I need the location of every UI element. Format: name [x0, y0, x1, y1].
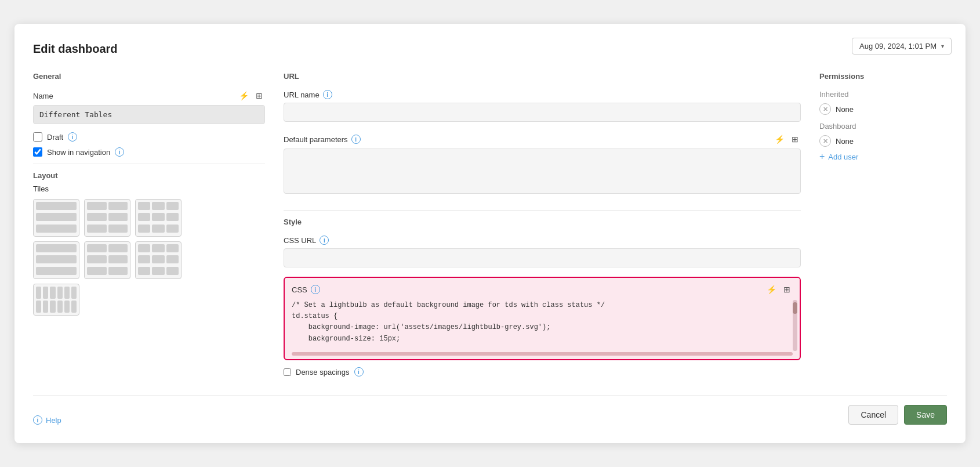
dense-spacings-row[interactable]: Dense spacings i: [284, 367, 801, 377]
dashboard-none-x-icon[interactable]: ✕: [819, 135, 831, 147]
url-name-info-icon[interactable]: i: [323, 90, 332, 99]
image-icon-css[interactable]: ⊞: [781, 284, 793, 295]
tile-cell: [57, 287, 63, 299]
draft-checkbox[interactable]: [33, 132, 42, 142]
name-input[interactable]: [33, 105, 265, 124]
tile-cell: [166, 267, 179, 275]
edit-dashboard-modal: Edit dashboard Aug 09, 2024, 1:01 PM ▾ G…: [14, 24, 966, 443]
default-params-group: Default parameters i ⚡ ⊞: [284, 133, 801, 196]
show-nav-checkbox[interactable]: [33, 147, 42, 157]
dashboard-none-item: ✕ None: [819, 135, 947, 147]
right-column: Permissions Inherited ✕ None Dashboard ✕…: [819, 72, 947, 377]
inherited-none-item: ✕ None: [819, 103, 947, 115]
tile-cell: [138, 267, 150, 275]
image-icon-name[interactable]: ⊞: [253, 90, 265, 102]
default-params-info-icon[interactable]: i: [351, 135, 361, 144]
lightning-icon-name[interactable]: ⚡: [237, 90, 251, 102]
add-user-row[interactable]: + Add user: [819, 151, 947, 162]
date-dropdown-wrapper: Aug 09, 2024, 1:01 PM ▾: [852, 38, 952, 55]
draft-info-icon[interactable]: i: [68, 132, 77, 142]
date-dropdown[interactable]: Aug 09, 2024, 1:01 PM ▾: [852, 38, 952, 55]
tile-cell: [36, 225, 77, 233]
tile-cell: [36, 213, 77, 221]
tile-option-1col-b[interactable]: [33, 241, 79, 279]
tile-cell: [87, 225, 107, 233]
css-textarea[interactable]: /* Set a lightbulb as default background…: [292, 300, 793, 346]
css-url-info-icon[interactable]: i: [320, 236, 329, 245]
tile-cell: [138, 225, 150, 233]
left-column: General Name ⚡ ⊞ Draft i: [33, 72, 265, 377]
tile-cell: [43, 287, 48, 299]
tile-option-full[interactable]: [33, 284, 79, 316]
lightning-icon-css[interactable]: ⚡: [764, 284, 779, 295]
tile-option-2col-b[interactable]: [84, 241, 130, 279]
chevron-down-icon: ▾: [941, 43, 944, 49]
permissions-section-label: Permissions: [819, 72, 947, 81]
tile-cell: [166, 255, 179, 263]
css-horizontal-scrollbar[interactable]: [292, 352, 793, 356]
date-value: Aug 09, 2024, 1:01 PM: [859, 42, 937, 50]
tile-cell: [152, 267, 164, 275]
css-info-icon[interactable]: i: [311, 285, 320, 294]
dense-spacings-info-icon[interactable]: i: [354, 367, 364, 377]
default-params-label-row: Default parameters i ⚡ ⊞: [284, 133, 801, 145]
css-url-input[interactable]: [284, 248, 801, 267]
name-icons: ⚡ ⊞: [237, 90, 265, 102]
inherited-none-x-icon[interactable]: ✕: [819, 103, 831, 115]
name-label: Name: [33, 92, 53, 100]
tile-cell: [108, 267, 128, 275]
tiles-grid: [33, 199, 265, 316]
tile-cell: [50, 301, 55, 313]
tile-option-2col-a[interactable]: [84, 199, 130, 237]
draft-checkbox-row[interactable]: Draft i: [33, 132, 265, 142]
dense-spacings-checkbox[interactable]: [284, 368, 291, 376]
tile-cell: [36, 202, 77, 210]
help-link[interactable]: i Help: [33, 415, 61, 425]
show-nav-row[interactable]: Show in navigation i: [33, 147, 265, 157]
help-label: Help: [46, 416, 61, 425]
default-params-label-left: Default parameters i: [284, 135, 361, 144]
tile-cell: [36, 301, 41, 313]
css-editor-wrapper: CSS i ⚡ ⊞ /* Set a lightbulb as default …: [284, 277, 801, 360]
tile-cell: [166, 213, 179, 221]
content-grid: General Name ⚡ ⊞ Draft i: [33, 72, 947, 377]
tile-cell: [152, 244, 164, 252]
tile-cell: [36, 244, 77, 252]
tile-cell: [36, 255, 77, 263]
tile-cell: [71, 301, 77, 313]
tile-cell: [138, 202, 150, 210]
tile-cell: [138, 213, 150, 221]
tile-option-1col-a[interactable]: [33, 199, 79, 237]
add-user-plus-icon: +: [819, 151, 825, 162]
tile-cell: [87, 255, 107, 263]
tile-cell: [152, 213, 164, 221]
default-params-textarea[interactable]: [284, 149, 801, 194]
tile-cell: [108, 225, 128, 233]
show-nav-info-icon[interactable]: i: [115, 147, 124, 157]
draft-label: Draft: [47, 133, 63, 142]
image-icon-params[interactable]: ⊞: [789, 133, 801, 145]
css-url-label: CSS URL i: [284, 236, 801, 245]
tile-cell: [138, 244, 150, 252]
inherited-label: Inherited: [819, 90, 947, 99]
layout-section-label: Layout: [33, 171, 265, 180]
tile-option-3col-a[interactable]: [135, 199, 182, 237]
tile-cell: [138, 255, 150, 263]
tile-cell: [64, 301, 70, 313]
tile-cell: [57, 301, 63, 313]
style-section-label: Style: [284, 218, 801, 226]
tile-option-3col-b[interactable]: [135, 241, 182, 279]
help-icon: i: [33, 415, 42, 425]
css-scrollbar[interactable]: [793, 300, 797, 351]
save-button[interactable]: Save: [904, 405, 947, 425]
tile-cell: [152, 202, 164, 210]
page-title: Edit dashboard: [33, 42, 947, 56]
tile-cell: [50, 287, 55, 299]
tile-cell: [166, 244, 179, 252]
tile-cell: [166, 225, 179, 233]
url-section-label: URL: [284, 72, 801, 81]
cancel-button[interactable]: Cancel: [848, 405, 898, 425]
tile-cell: [166, 202, 179, 210]
url-name-input[interactable]: [284, 103, 801, 122]
lightning-icon-params[interactable]: ⚡: [772, 133, 787, 145]
